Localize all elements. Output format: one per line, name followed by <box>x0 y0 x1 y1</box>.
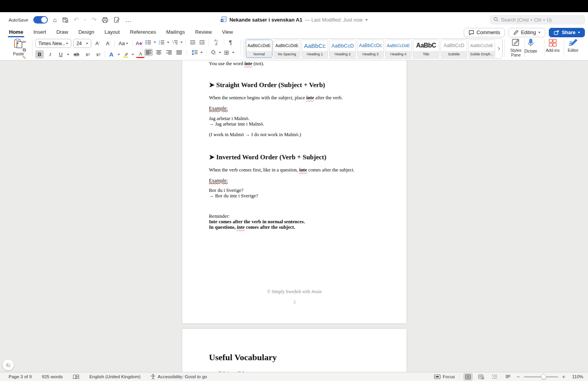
tab-insert[interactable]: Insert <box>28 28 51 37</box>
highlight-button[interactable] <box>122 50 130 58</box>
bold-button[interactable]: B <box>35 50 44 58</box>
font-color-button[interactable]: A <box>136 51 145 58</box>
example-label-1: Example: <box>209 106 383 111</box>
zoom-level[interactable]: 110% <box>569 374 583 379</box>
style-normal[interactable]: AaBbCcDdE Normal <box>246 40 272 58</box>
style-heading-1[interactable]: AaBbCc Heading 1 <box>301 40 328 58</box>
focus-button[interactable]: Focus <box>434 374 455 379</box>
grow-font-button[interactable]: Aˆ <box>93 39 102 47</box>
highlight-chevron-icon[interactable] <box>132 54 134 55</box>
italic-button[interactable]: I <box>46 50 54 58</box>
align-right-button[interactable] <box>165 49 173 56</box>
redo-icon[interactable]: ↷ <box>91 17 96 23</box>
title-chevron-icon[interactable] <box>365 19 368 21</box>
web-layout-view-icon[interactable] <box>477 373 486 381</box>
change-case-button[interactable]: Aa <box>117 39 130 47</box>
bullet-list-chevron-icon[interactable] <box>154 42 156 43</box>
style-heading-2[interactable]: AaBbCcD Heading 2 <box>329 40 356 58</box>
subscript-button[interactable]: x2 <box>83 50 92 58</box>
comments-button[interactable]: Comments <box>464 28 505 37</box>
touch-id-indicator[interactable] <box>3 359 14 370</box>
word-count[interactable]: 925 words <box>42 374 63 379</box>
multilevel-list-chevron-icon[interactable] <box>180 42 183 43</box>
document-page-3[interactable]: You use the word inte (not). ➤ Straight … <box>182 60 407 323</box>
bullet-list-button[interactable] <box>144 39 152 46</box>
text-effects-chevron-icon[interactable] <box>118 54 120 55</box>
proofing-status-icon[interactable] <box>73 374 79 379</box>
align-center-button[interactable] <box>154 49 163 56</box>
share-button[interactable]: Share <box>549 28 585 37</box>
strikethrough-button[interactable]: ab <box>71 50 82 58</box>
zoom-slider-knob[interactable] <box>541 374 546 379</box>
borders-button[interactable]: ⊞ <box>223 49 230 56</box>
line-spacing-chevron-icon[interactable] <box>200 52 203 53</box>
zoom-out-button[interactable]: − <box>517 374 520 380</box>
copy-icon[interactable]: ⧉ <box>20 47 28 53</box>
font-size-select[interactable]: 24 <box>73 39 91 48</box>
multilevel-list-button[interactable]: 1ai <box>171 39 179 46</box>
undo-icon[interactable]: ↶ <box>74 17 79 23</box>
tab-home[interactable]: Home <box>4 28 28 37</box>
accessibility-status[interactable]: Accessibility: Good to go <box>151 374 207 379</box>
page-info[interactable]: Page 3 of 9 <box>9 374 32 379</box>
tab-review[interactable]: Review <box>190 28 217 37</box>
more-commands-icon[interactable]: … <box>125 17 131 23</box>
tab-references[interactable]: References <box>125 28 161 37</box>
format-painter-icon[interactable]: ✎ <box>20 55 28 61</box>
gallery-more-icon[interactable] <box>497 47 500 50</box>
editing-mode-button[interactable]: Editing <box>508 28 545 37</box>
language-selector[interactable]: English (United Kingdom) <box>89 374 140 379</box>
show-formatting-marks-icon[interactable]: ¶ <box>227 39 234 46</box>
underline-button[interactable]: U <box>56 50 65 58</box>
style-no-spacing[interactable]: AaBbCcDdE No Spacing <box>274 40 300 58</box>
shading-button[interactable] <box>209 49 217 56</box>
numbered-list-button[interactable]: 123 <box>158 39 165 46</box>
text-effects-button[interactable]: A <box>107 50 116 58</box>
add-ins-button[interactable]: Add-ins <box>543 38 563 53</box>
search-input[interactable] <box>501 17 581 23</box>
increase-indent-icon[interactable] <box>198 39 206 46</box>
autosave-toggle[interactable] <box>33 16 48 24</box>
tab-view[interactable]: View <box>217 28 238 37</box>
justify-button[interactable] <box>175 49 183 56</box>
style-subtitle[interactable]: AaBbCcD Subtitle <box>441 40 467 58</box>
dictate-button[interactable]: Dictate <box>521 38 541 53</box>
draft-view-icon[interactable] <box>503 373 513 381</box>
decrease-indent-icon[interactable] <box>189 39 196 46</box>
style-heading-4[interactable]: AaBbCcDdE Heading 4 <box>385 40 412 58</box>
style-title[interactable]: AaBbC Title <box>413 40 439 58</box>
export-doc-icon[interactable] <box>114 16 120 23</box>
superscript-button[interactable]: x2 <box>94 50 103 58</box>
borders-chevron-icon[interactable] <box>232 52 234 53</box>
shading-chevron-icon[interactable] <box>219 52 221 53</box>
style-heading-3[interactable]: AaBbCcDc Heading 3 <box>357 40 384 58</box>
document-title[interactable]: Nekande satser i svenskan A1 <box>229 17 302 23</box>
underline-chevron-icon[interactable] <box>67 54 69 55</box>
document-page-4[interactable]: Useful Vocabulary Swedish | English <box>182 329 407 372</box>
tab-design[interactable]: Design <box>73 28 99 37</box>
numbered-list-chevron-icon[interactable] <box>167 42 169 43</box>
save-icon[interactable] <box>62 16 69 23</box>
cut-icon[interactable]: ✂ <box>20 39 28 45</box>
editor-button[interactable]: Editor <box>563 38 583 53</box>
style-subtle-emphasis[interactable]: AaBbCcDdE Subtle Emph... <box>468 40 495 58</box>
undo-chevron-icon[interactable] <box>84 19 86 20</box>
zoom-in-button[interactable]: + <box>562 374 565 380</box>
font-name-select[interactable]: Times New... <box>35 39 71 48</box>
shrink-font-button[interactable]: Aˇ <box>104 39 113 47</box>
tab-mailings[interactable]: Mailings <box>161 28 190 37</box>
line-spacing-button[interactable] <box>190 49 199 56</box>
document-canvas[interactable]: You use the word inte (not). ➤ Straight … <box>0 60 588 372</box>
zoom-slider[interactable] <box>524 376 558 377</box>
outline-view-icon[interactable] <box>490 373 499 381</box>
paste-chevron-icon[interactable] <box>16 43 19 44</box>
tab-draw[interactable]: Draw <box>51 28 73 37</box>
print-layout-view-icon[interactable] <box>463 373 473 381</box>
sort-icon[interactable]: A↓Z <box>212 39 221 46</box>
home-icon[interactable]: ⌂ <box>53 17 57 23</box>
accessibility-icon <box>151 374 156 379</box>
search-box[interactable] <box>490 15 585 24</box>
print-icon[interactable] <box>102 17 109 23</box>
align-left-button[interactable] <box>144 49 153 56</box>
tab-layout[interactable]: Layout <box>99 28 125 37</box>
